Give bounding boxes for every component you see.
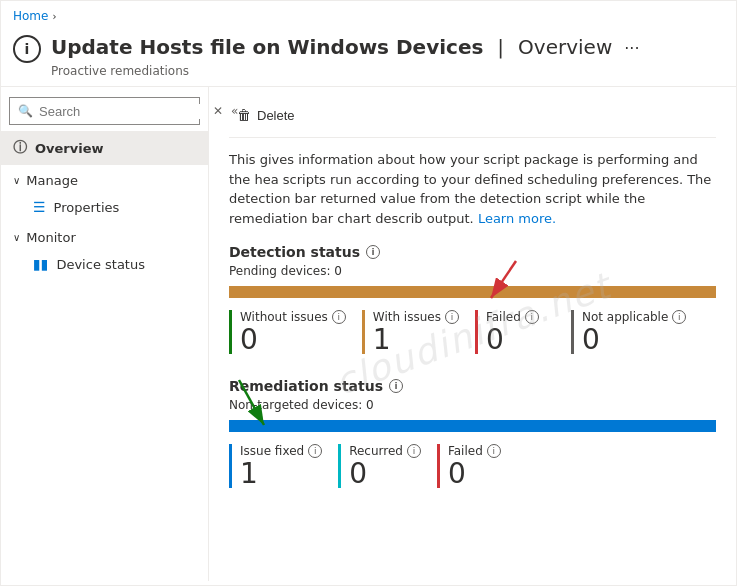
main-layout: 🔍 ✕ « ⓘ Overview ∨ Manage ☰ Properties [1, 87, 736, 581]
breadcrumb-chevron: › [52, 11, 56, 22]
breadcrumb-home[interactable]: Home [13, 9, 48, 23]
more-options-button[interactable]: ··· [620, 35, 643, 62]
metric-detection-failed-value: 0 [486, 326, 555, 354]
not-applicable-info-icon[interactable]: i [672, 310, 686, 324]
remediation-status-title: Remediation status i [229, 378, 716, 394]
remediation-failed-info-icon[interactable]: i [487, 444, 501, 458]
page-header: i Update Hosts file on Windows Devices |… [1, 27, 736, 87]
header-text: Update Hosts file on Windows Devices | O… [51, 31, 644, 78]
header-divider: | [497, 35, 504, 59]
remediation-metrics-row: Issue fixed i 1 Recurred i 0 [229, 444, 716, 488]
metric-with-issues: With issues i 1 [362, 310, 459, 354]
remediation-info-icon[interactable]: i [389, 379, 403, 393]
metric-not-applicable-label: Not applicable i [582, 310, 686, 324]
sidebar-section-manage[interactable]: ∨ Manage [1, 165, 208, 192]
page-title: Update Hosts file on Windows Devices [51, 35, 483, 59]
detection-pending-text: Pending devices: 0 [229, 264, 716, 278]
remediation-status-section: Remediation status i Non-targeted device… [229, 378, 716, 488]
issue-fixed-info-icon[interactable]: i [308, 444, 322, 458]
content-area: cloudinifra.net 🗑 Delete This gives info… [209, 87, 736, 581]
sidebar-item-device-status[interactable]: ▮▮ Device status [1, 249, 208, 279]
detection-progress-bar [229, 286, 716, 298]
sidebar-item-overview-label: Overview [35, 141, 104, 156]
description-text: This gives information about how your sc… [229, 150, 716, 228]
metric-not-applicable: Not applicable i 0 [571, 310, 686, 354]
sidebar-section-manage-label: Manage [26, 173, 78, 188]
detection-info-icon[interactable]: i [366, 245, 380, 259]
metric-not-applicable-value: 0 [582, 326, 686, 354]
sidebar-section-monitor-label: Monitor [26, 230, 75, 245]
metric-remediation-failed-label: Failed i [448, 444, 517, 458]
metric-without-issues-value: 0 [240, 326, 346, 354]
metric-recurred-value: 0 [349, 460, 421, 488]
sidebar: 🔍 ✕ « ⓘ Overview ∨ Manage ☰ Properties [1, 87, 209, 581]
monitor-chevron-icon: ∨ [13, 232, 20, 243]
header-info-icon: i [13, 35, 41, 63]
metric-without-issues-label: Without issues i [240, 310, 346, 324]
breadcrumb: Home › [1, 1, 736, 27]
metric-recurred: Recurred i 0 [338, 444, 421, 488]
toolbar: 🗑 Delete [229, 99, 716, 138]
delete-button[interactable]: 🗑 Delete [229, 103, 303, 127]
metric-with-issues-value: 1 [373, 326, 459, 354]
recurred-info-icon[interactable]: i [407, 444, 421, 458]
sidebar-item-properties[interactable]: ☰ Properties [1, 192, 208, 222]
metric-remediation-failed-value: 0 [448, 460, 517, 488]
remediation-progress-bar [229, 420, 716, 432]
device-status-icon: ▮▮ [33, 256, 48, 272]
sidebar-item-overview[interactable]: ⓘ Overview [1, 131, 208, 165]
sidebar-section-monitor[interactable]: ∨ Monitor [1, 222, 208, 249]
sidebar-item-properties-label: Properties [54, 200, 120, 215]
sidebar-item-device-status-label: Device status [56, 257, 145, 272]
detection-metrics-row: Without issues i 0 With issues i 1 [229, 310, 716, 354]
metric-remediation-failed: Failed i 0 [437, 444, 517, 488]
remediation-bar-container [229, 420, 716, 432]
metric-without-issues: Without issues i 0 [229, 310, 346, 354]
delete-icon: 🗑 [237, 107, 251, 123]
with-issues-info-icon[interactable]: i [445, 310, 459, 324]
detection-failed-info-icon[interactable]: i [525, 310, 539, 324]
page-subtitle: Proactive remediations [51, 64, 644, 78]
search-input[interactable] [39, 104, 207, 119]
search-box[interactable]: 🔍 ✕ « [9, 97, 200, 125]
search-icon: 🔍 [18, 104, 33, 118]
overview-icon: ⓘ [13, 139, 27, 157]
metric-detection-failed: Failed i 0 [475, 310, 555, 354]
detection-status-section: Detection status i Pending devices: 0 [229, 244, 716, 354]
metric-issue-fixed-label: Issue fixed i [240, 444, 322, 458]
remediation-pending-text: Non-targeted devices: 0 [229, 398, 716, 412]
detection-status-title: Detection status i [229, 244, 716, 260]
properties-icon: ☰ [33, 199, 46, 215]
header-section: Overview [518, 35, 612, 59]
metric-issue-fixed-value: 1 [240, 460, 322, 488]
metric-recurred-label: Recurred i [349, 444, 421, 458]
delete-label: Delete [257, 108, 295, 123]
metric-issue-fixed: Issue fixed i 1 [229, 444, 322, 488]
metric-detection-failed-label: Failed i [486, 310, 555, 324]
metric-with-issues-label: With issues i [373, 310, 459, 324]
learn-more-link[interactable]: Learn more. [478, 211, 556, 226]
without-issues-info-icon[interactable]: i [332, 310, 346, 324]
detection-bar-container [229, 286, 716, 298]
manage-chevron-icon: ∨ [13, 175, 20, 186]
